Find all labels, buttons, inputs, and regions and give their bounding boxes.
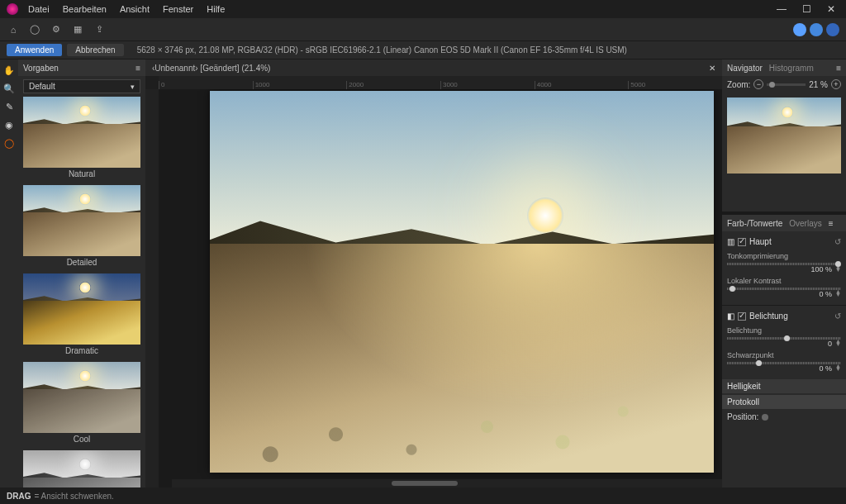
exposure-slider[interactable]: Belichtung 0▲▼ bbox=[727, 326, 841, 348]
group-label: Belichtung bbox=[749, 311, 788, 321]
action-row: Anwenden Abbrechen 5628 × 3746 px, 21.08… bbox=[0, 41, 846, 59]
presets-panel: Vorgaben ≡ Default Natural Detailed Dram… bbox=[18, 59, 145, 487]
persona-icon[interactable] bbox=[810, 23, 823, 36]
navigator-thumbnail[interactable] bbox=[727, 97, 841, 174]
title-bar: Datei Bearbeiten Ansicht Fenster Hilfe —… bbox=[0, 0, 846, 18]
main-group-checkbox[interactable] bbox=[738, 238, 746, 246]
reset-icon[interactable]: ↺ bbox=[834, 237, 841, 246]
grid-icon[interactable]: ▦ bbox=[71, 23, 84, 36]
tone-tab[interactable]: Farb-/Tonwerte bbox=[727, 219, 782, 228]
panel-menu-icon[interactable]: ≡ bbox=[135, 64, 140, 73]
zoom-in-button[interactable]: + bbox=[831, 79, 841, 89]
preset-item[interactable] bbox=[23, 450, 140, 487]
menu-item[interactable]: Hilfe bbox=[207, 4, 225, 14]
horizontal-scrollbar[interactable] bbox=[172, 479, 722, 487]
histogram-tab[interactable]: Histogramm bbox=[769, 64, 814, 73]
hand-tool-icon[interactable]: ✋ bbox=[3, 64, 15, 76]
menu-item[interactable]: Ansicht bbox=[120, 4, 150, 14]
zoom-tool-icon[interactable]: 🔍 bbox=[3, 83, 15, 94]
overlay-tool-icon[interactable]: ◯ bbox=[3, 137, 15, 149]
minimize-icon[interactable]: — bbox=[773, 3, 790, 15]
position-indicator[interactable] bbox=[762, 414, 768, 421]
app-logo bbox=[7, 3, 18, 15]
preset-item[interactable]: Cool bbox=[23, 362, 140, 445]
preset-list: Natural Detailed Dramatic Cool bbox=[18, 97, 145, 487]
document-info: 5628 × 3746 px, 21.08 MP, RGBA/32 (HDR) … bbox=[137, 45, 627, 55]
presets-tab[interactable]: Vorgaben bbox=[23, 64, 59, 73]
preset-category-dropdown[interactable]: Default bbox=[23, 79, 140, 93]
brightness-header[interactable]: Helligkeit bbox=[722, 379, 846, 393]
home-icon[interactable]: ⌂ bbox=[7, 23, 20, 36]
zoom-out-button[interactable]: − bbox=[753, 79, 763, 89]
window-controls: — ☐ ✕ bbox=[773, 3, 839, 15]
right-panels: Navigator Histogramm ≡ Zoom: − 21 % + Fa… bbox=[722, 59, 846, 487]
status-key: DRAG bbox=[7, 492, 31, 501]
apply-button[interactable]: Anwenden bbox=[7, 44, 62, 56]
menu-item[interactable]: Datei bbox=[28, 4, 50, 14]
left-tool-strip: ✋ 🔍 ✎ ◉ ◯ bbox=[0, 59, 18, 487]
group-label: Haupt bbox=[749, 237, 772, 246]
toolbar: ⌂ ◯ ⚙ ▦ ⇪ bbox=[0, 18, 846, 41]
reset-icon[interactable]: ↺ bbox=[834, 311, 841, 321]
preset-item[interactable]: Dramatic bbox=[23, 273, 140, 357]
panel-menu-icon[interactable]: ≡ bbox=[836, 64, 841, 73]
tone-compress-slider[interactable]: Tonkomprimierung 100 %▲▼ bbox=[727, 252, 841, 273]
status-text: = Ansicht schwenken. bbox=[34, 492, 113, 501]
exposure-icon: ◧ bbox=[727, 311, 734, 321]
eyedropper-icon[interactable]: ◉ bbox=[3, 119, 15, 131]
persona-icon[interactable] bbox=[826, 23, 839, 36]
zoom-label: Zoom: bbox=[727, 80, 750, 89]
tab-close-icon[interactable]: ✕ bbox=[709, 64, 715, 73]
zoom-value: 21 % bbox=[809, 80, 828, 89]
main-image bbox=[210, 91, 714, 473]
maximize-icon[interactable]: ☐ bbox=[798, 3, 815, 15]
ruler-horizontal: 0 1000 2000 3000 4000 5000 bbox=[159, 76, 722, 89]
blackpoint-slider[interactable]: Schwarzpunkt 0 %▲▼ bbox=[727, 351, 841, 373]
cancel-button[interactable]: Abbrechen bbox=[67, 44, 123, 56]
preset-item[interactable]: Natural bbox=[23, 97, 140, 180]
protocol-tab[interactable]: Protokoll bbox=[722, 395, 846, 409]
document-tab[interactable]: ‹Unbenannt› [Geändert] (21.4%) bbox=[152, 64, 270, 73]
overlays-tab[interactable]: Overlays bbox=[789, 219, 821, 228]
circle-tool-icon[interactable]: ◯ bbox=[28, 23, 41, 36]
brush-tool-icon[interactable]: ✎ bbox=[3, 101, 15, 112]
exposure-group-checkbox[interactable] bbox=[738, 312, 746, 321]
preset-item[interactable]: Detailed bbox=[23, 185, 140, 269]
ruler-vertical bbox=[145, 89, 159, 487]
image-viewport[interactable] bbox=[159, 89, 722, 487]
zoom-slider[interactable] bbox=[767, 83, 806, 86]
local-contrast-slider[interactable]: Lokaler Kontrast 0 %▲▼ bbox=[727, 277, 841, 298]
menu-item[interactable]: Fenster bbox=[163, 4, 193, 14]
close-icon[interactable]: ✕ bbox=[823, 3, 839, 15]
status-bar: DRAG= Ansicht schwenken. bbox=[0, 487, 846, 504]
palette-icon: ▥ bbox=[727, 237, 734, 246]
menu-item[interactable]: Bearbeiten bbox=[63, 4, 107, 14]
position-label: Position: bbox=[727, 412, 758, 421]
panel-menu-icon[interactable]: ≡ bbox=[829, 219, 834, 228]
canvas-area: ‹Unbenannt› [Geändert] (21.4%) ✕ 0 1000 … bbox=[145, 59, 722, 487]
main-menu: Datei Bearbeiten Ansicht Fenster Hilfe bbox=[28, 4, 225, 14]
navigator-tab[interactable]: Navigator bbox=[727, 64, 763, 73]
gear-icon[interactable]: ⚙ bbox=[50, 23, 63, 36]
share-icon[interactable]: ⇪ bbox=[93, 23, 106, 36]
persona-icon[interactable] bbox=[793, 23, 806, 36]
